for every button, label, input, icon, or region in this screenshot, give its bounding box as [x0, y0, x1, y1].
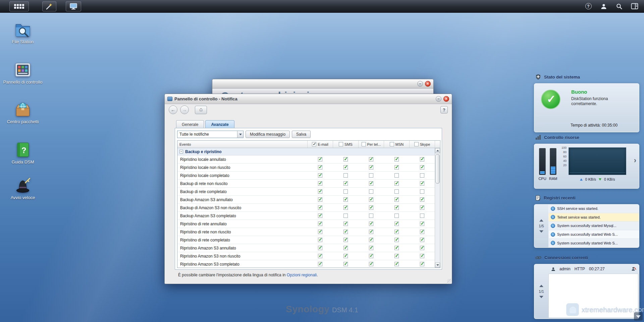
minimize-button[interactable] [417, 81, 423, 87]
sms-checkbox[interactable] [343, 157, 348, 162]
email-checkbox[interactable] [318, 238, 322, 242]
scroll-down-button[interactable] [435, 263, 440, 268]
sms-checkbox[interactable] [343, 197, 348, 202]
msn-checkbox[interactable] [394, 262, 399, 266]
skype-checkbox[interactable] [420, 157, 424, 162]
sms-checkbox[interactable] [343, 205, 348, 210]
log-entry[interactable]: System successfully started Web S... [549, 239, 639, 247]
table-row[interactable]: Ripristino di rete non riuscito [177, 228, 435, 236]
regional-options-link[interactable]: Opzioni regionali [287, 273, 317, 277]
column-checkbox[interactable] [414, 142, 419, 146]
log-entry[interactable]: SSH service was started. [549, 204, 639, 213]
tab-avanzate[interactable]: Avanzate [205, 120, 234, 128]
expand-resources-button[interactable] [634, 156, 636, 165]
page-up-icon[interactable] [539, 219, 543, 222]
log-entry[interactable]: System successfully started Mysql... [549, 222, 639, 230]
active-app-button[interactable] [66, 1, 81, 11]
back-button[interactable] [169, 105, 177, 114]
table-row[interactable]: Ripristino di rete annullato [177, 220, 435, 228]
email-checkbox[interactable] [318, 230, 322, 234]
phone-checkbox[interactable] [369, 173, 373, 178]
column-checkbox[interactable] [339, 142, 343, 146]
msn-checkbox[interactable] [394, 165, 399, 170]
pilot-view-button[interactable] [631, 2, 639, 10]
table-row[interactable]: Ripristino locale annullato [177, 155, 435, 164]
table-row[interactable]: Backup Amazon S3 annullato [177, 196, 435, 204]
channel-column-header[interactable]: SMS [333, 141, 359, 148]
sms-checkbox[interactable] [343, 189, 348, 194]
email-checkbox[interactable] [318, 173, 322, 178]
msn-checkbox[interactable] [394, 246, 399, 250]
phone-checkbox[interactable] [369, 205, 373, 210]
phone-checkbox[interactable] [369, 181, 373, 186]
email-checkbox[interactable] [318, 165, 322, 170]
email-checkbox[interactable] [318, 246, 322, 250]
phone-checkbox[interactable] [369, 189, 373, 194]
channel-column-header[interactable]: MSN [384, 141, 410, 148]
email-checkbox[interactable] [318, 222, 322, 226]
sms-checkbox[interactable] [343, 165, 348, 170]
msn-checkbox[interactable] [394, 173, 399, 178]
skype-checkbox[interactable] [420, 230, 424, 234]
msn-checkbox[interactable] [394, 197, 399, 202]
page-down-icon[interactable] [539, 296, 543, 298]
page-up-icon[interactable] [539, 285, 543, 287]
msn-checkbox[interactable] [394, 254, 399, 258]
email-checkbox[interactable] [318, 157, 322, 162]
window-help-button[interactable] [440, 106, 448, 113]
log-entry[interactable]: Telnet service was started. [549, 213, 639, 222]
skype-checkbox[interactable] [420, 214, 424, 218]
skype-checkbox[interactable] [420, 254, 424, 258]
sms-checkbox[interactable] [343, 222, 348, 226]
storage-manager-titlebar[interactable] [212, 79, 433, 89]
main-menu-button[interactable] [9, 1, 29, 11]
column-checkbox[interactable] [362, 142, 366, 146]
sms-checkbox[interactable] [343, 246, 348, 250]
help-button[interactable] [584, 2, 592, 10]
tab-generale[interactable]: Generale [176, 120, 204, 128]
channel-column-header[interactable]: Per tel... [359, 141, 384, 148]
email-checkbox[interactable] [318, 197, 322, 202]
column-evento[interactable]: Evento [177, 141, 308, 148]
table-row[interactable]: Backup Amazon S3 completato [177, 212, 435, 220]
search-button[interactable] [615, 2, 623, 10]
skype-checkbox[interactable] [420, 197, 424, 202]
msn-checkbox[interactable] [394, 205, 399, 210]
phone-checkbox[interactable] [369, 238, 373, 242]
table-row[interactable]: Backup di rete non riuscito [177, 180, 435, 188]
desktop-icon-file-station[interactable]: File Station [3, 21, 43, 45]
desktop-icon-quick-start[interactable]: Avvio veloce [3, 177, 43, 200]
sms-checkbox[interactable] [343, 214, 348, 218]
skype-checkbox[interactable] [420, 173, 424, 178]
collapse-icon[interactable] [179, 150, 183, 153]
phone-checkbox[interactable] [369, 254, 373, 258]
msn-checkbox[interactable] [394, 181, 399, 186]
msn-checkbox[interactable] [394, 214, 399, 218]
table-row[interactable]: Ripristino Amazon S3 annullato [177, 244, 435, 252]
sms-checkbox[interactable] [343, 230, 348, 234]
table-scrollbar[interactable] [435, 148, 440, 268]
table-row[interactable]: Ripristino di rete completato [177, 236, 435, 244]
home-button[interactable] [195, 106, 207, 114]
user-button[interactable] [600, 2, 608, 10]
phone-checkbox[interactable] [369, 197, 373, 202]
phone-checkbox[interactable] [369, 157, 373, 162]
forward-button[interactable] [180, 105, 189, 114]
edit-message-button[interactable]: Modifica messaggio [246, 131, 290, 138]
email-checkbox[interactable] [318, 214, 322, 218]
table-row[interactable]: Ripristino locale completato [177, 172, 435, 180]
disconnect-user-button[interactable] [631, 267, 636, 271]
skype-checkbox[interactable] [420, 165, 424, 170]
quick-launch-button[interactable] [42, 1, 56, 11]
phone-checkbox[interactable] [369, 262, 373, 266]
skype-checkbox[interactable] [420, 246, 424, 250]
msn-checkbox[interactable] [394, 230, 399, 234]
skype-checkbox[interactable] [420, 262, 424, 266]
desktop-icon-control-panel[interactable]: Pannello di controllo [3, 61, 43, 85]
sms-checkbox[interactable] [343, 262, 348, 266]
email-checkbox[interactable] [318, 254, 322, 258]
table-row[interactable]: Ripristino locale non riuscito [177, 164, 435, 172]
close-button[interactable] [443, 96, 449, 102]
msn-checkbox[interactable] [394, 157, 399, 162]
sms-checkbox[interactable] [343, 238, 348, 242]
